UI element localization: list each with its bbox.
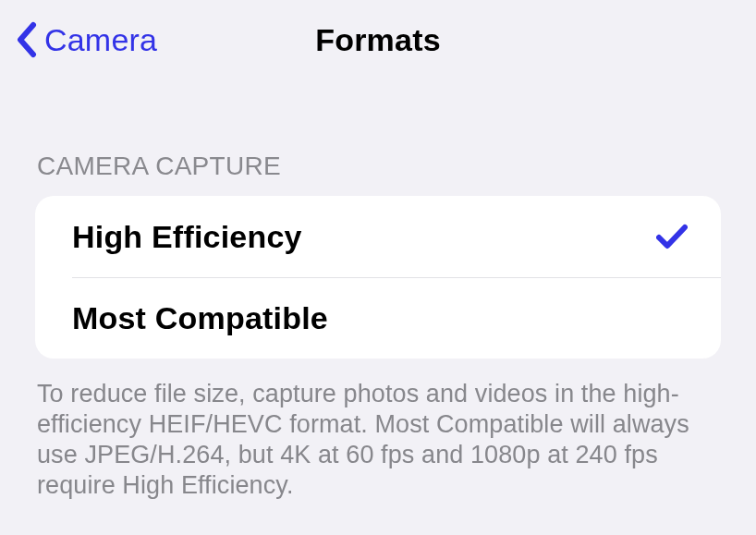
section-footer: To reduce file size, capture photos and …	[35, 379, 721, 501]
back-button[interactable]: Camera	[15, 21, 157, 58]
option-most-compatible[interactable]: Most Compatible	[35, 277, 721, 359]
chevron-left-icon	[15, 21, 37, 58]
option-label: High Efficiency	[72, 219, 302, 255]
options-list: High Efficiency Most Compatible	[35, 196, 721, 359]
checkmark-icon	[656, 223, 688, 250]
page-title: Formats	[315, 22, 441, 58]
content: CAMERA CAPTURE High Efficiency Most Comp…	[0, 152, 756, 501]
back-label: Camera	[44, 22, 157, 58]
option-high-efficiency[interactable]: High Efficiency	[35, 196, 721, 277]
navbar: Camera Formats	[0, 0, 756, 79]
section-header: CAMERA CAPTURE	[35, 152, 721, 181]
option-label: Most Compatible	[72, 300, 328, 336]
